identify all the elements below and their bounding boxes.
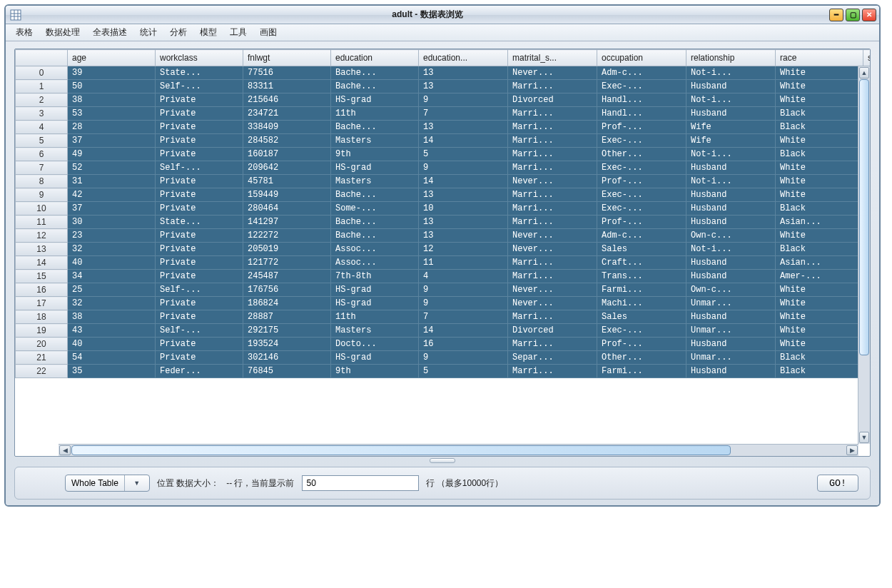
- cell[interactable]: 40: [68, 256, 156, 270]
- row-header[interactable]: 11: [16, 216, 68, 229]
- cell[interactable]: Never...: [508, 297, 597, 310]
- row-header[interactable]: 0: [16, 66, 68, 80]
- scroll-up-button[interactable]: ▲: [859, 67, 869, 78]
- cell[interactable]: 7: [419, 310, 508, 324]
- menu-data[interactable]: 数据处理: [40, 25, 86, 40]
- cell[interactable]: Marri...: [508, 121, 597, 134]
- cell[interactable]: Machi...: [597, 297, 686, 310]
- cell[interactable]: 160187: [243, 148, 331, 161]
- cell[interactable]: 28: [68, 121, 156, 134]
- col-header-marital[interactable]: matrital_s...: [508, 50, 597, 66]
- cell[interactable]: Prof-...: [597, 175, 686, 188]
- cell[interactable]: HS-grad: [331, 93, 419, 107]
- cell[interactable]: White: [776, 324, 863, 338]
- cell[interactable]: 9th: [331, 365, 419, 378]
- cell[interactable]: 159449: [243, 188, 331, 202]
- col-header-educationnum[interactable]: education...: [419, 50, 508, 66]
- vscroll-track[interactable]: [859, 79, 869, 431]
- cell[interactable]: 14: [419, 324, 508, 338]
- cell[interactable]: Husband: [686, 270, 776, 283]
- cell[interactable]: 34: [68, 270, 156, 283]
- cell[interactable]: Private: [156, 175, 243, 188]
- cell[interactable]: Private: [156, 134, 243, 148]
- cell[interactable]: Never...: [508, 229, 597, 243]
- cell[interactable]: White: [776, 297, 863, 310]
- row-header[interactable]: 18: [16, 310, 68, 324]
- cell[interactable]: 186824: [243, 297, 331, 310]
- cell[interactable]: 7: [419, 107, 508, 121]
- cell[interactable]: 83311: [243, 80, 331, 93]
- row-header[interactable]: 6: [16, 148, 68, 161]
- cell[interactable]: Handl...: [597, 93, 686, 107]
- table-row[interactable]: 1625 Self-... 176756 HS-grad9 Never... F…: [16, 283, 871, 297]
- cell[interactable]: Never...: [508, 283, 597, 297]
- cell[interactable]: Marri...: [508, 270, 597, 283]
- row-header[interactable]: 7: [16, 161, 68, 175]
- menu-model[interactable]: 模型: [194, 25, 223, 40]
- table-row[interactable]: 1037 Private 280464 Some-...10 Marri... …: [16, 202, 871, 216]
- cell[interactable]: 23: [68, 229, 156, 243]
- table-row[interactable]: 942 Private 159449 Bache...13 Marri... E…: [16, 188, 871, 202]
- cell[interactable]: Bache...: [331, 80, 419, 93]
- cell[interactable]: Exec-...: [597, 324, 686, 338]
- chevron-down-icon[interactable]: ▼: [124, 475, 149, 491]
- cell[interactable]: 9: [419, 297, 508, 310]
- cell[interactable]: 121772: [243, 256, 331, 270]
- cell[interactable]: Not-i...: [686, 148, 776, 161]
- table-row[interactable]: 1732 Private 186824 HS-grad9 Never... Ma…: [16, 297, 871, 310]
- cell[interactable]: Private: [156, 256, 243, 270]
- table-row[interactable]: 537 Private 284582 Masters14 Marri... Ex…: [16, 134, 871, 148]
- cell[interactable]: Marri...: [508, 134, 597, 148]
- corner-cell[interactable]: [16, 50, 68, 66]
- cell[interactable]: 13: [419, 66, 508, 80]
- cell[interactable]: Husband: [686, 256, 776, 270]
- col-header-sex[interactable]: sex: [863, 50, 871, 66]
- col-header-relationship[interactable]: relationship: [686, 50, 776, 66]
- cell[interactable]: Marri...: [508, 107, 597, 121]
- cell[interactable]: Marri...: [508, 161, 597, 175]
- cell[interactable]: Not-i...: [686, 175, 776, 188]
- cell[interactable]: 35: [68, 365, 156, 378]
- cell[interactable]: 54: [68, 351, 156, 365]
- row-header[interactable]: 21: [16, 351, 68, 365]
- cell[interactable]: Never...: [508, 175, 597, 188]
- cell[interactable]: Husband: [686, 365, 776, 378]
- cell[interactable]: 32: [68, 243, 156, 256]
- cell[interactable]: Sales: [597, 243, 686, 256]
- cell[interactable]: Private: [156, 270, 243, 283]
- cell[interactable]: Other...: [597, 148, 686, 161]
- menu-table[interactable]: 表格: [10, 25, 39, 40]
- row-header[interactable]: 17: [16, 297, 68, 310]
- cell[interactable]: Prof-...: [597, 121, 686, 134]
- cell[interactable]: 9: [419, 93, 508, 107]
- cell[interactable]: Black: [776, 351, 863, 365]
- cell[interactable]: Husband: [686, 338, 776, 351]
- cell[interactable]: Exec-...: [597, 188, 686, 202]
- cell[interactable]: 39: [68, 66, 156, 80]
- cell[interactable]: 13: [419, 80, 508, 93]
- cell[interactable]: Marri...: [508, 256, 597, 270]
- cell[interactable]: Self-...: [156, 324, 243, 338]
- cell[interactable]: Private: [156, 338, 243, 351]
- cell[interactable]: Private: [156, 202, 243, 216]
- table-row[interactable]: 428 Private 338409 Bache...13 Marri... P…: [16, 121, 871, 134]
- cell[interactable]: 31: [68, 175, 156, 188]
- cell[interactable]: 13: [419, 216, 508, 229]
- cell[interactable]: Sales: [597, 310, 686, 324]
- cell[interactable]: White: [776, 134, 863, 148]
- cell[interactable]: Marri...: [508, 216, 597, 229]
- scroll-down-button[interactable]: ▼: [859, 432, 869, 443]
- row-header[interactable]: 10: [16, 202, 68, 216]
- cell[interactable]: 9th: [331, 148, 419, 161]
- cell[interactable]: State...: [156, 66, 243, 80]
- cell[interactable]: Masters: [331, 175, 419, 188]
- cell[interactable]: Black: [776, 243, 863, 256]
- cell[interactable]: 338409: [243, 121, 331, 134]
- cell[interactable]: 122272: [243, 229, 331, 243]
- cell[interactable]: 38: [68, 93, 156, 107]
- cell[interactable]: Husband: [686, 107, 776, 121]
- row-header[interactable]: 2: [16, 93, 68, 107]
- table-row[interactable]: 2235 Feder... 76845 9th5 Marri... Farmi.…: [16, 365, 871, 378]
- cell[interactable]: Self-...: [156, 80, 243, 93]
- cell[interactable]: Husband: [686, 216, 776, 229]
